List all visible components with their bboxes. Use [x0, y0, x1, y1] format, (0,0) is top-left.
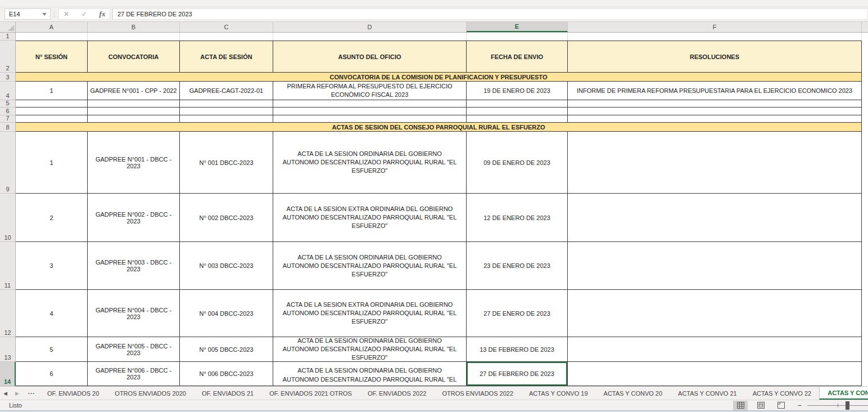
cell-d6[interactable] [273, 108, 467, 115]
cell-a1[interactable] [16, 33, 88, 41]
cell-c12[interactable]: N° 004 DBCC-2023 [180, 290, 273, 337]
row-header-13[interactable]: 13 [0, 337, 16, 362]
cell-a6[interactable] [16, 108, 88, 115]
sheet-tab-of-enviados-2022[interactable]: OF. ENVIADOS 2022 [360, 387, 435, 400]
cell-b7[interactable] [88, 115, 180, 123]
row-header-2[interactable]: 2 [0, 41, 16, 73]
cell-b5[interactable] [88, 100, 180, 108]
page-break-view-button[interactable] [774, 401, 788, 410]
row-header-6[interactable]: 6 [0, 108, 16, 115]
sheet-tab-otros-enviados-2022[interactable]: OTROS ENVIADOS 2022 [434, 387, 521, 400]
cell-d14[interactable]: ACTA DE LA SESION ORDINARIA DEL GOBIERNO… [273, 362, 467, 386]
column-header-a[interactable]: A [16, 22, 88, 32]
row-header-3[interactable]: 3 [0, 73, 16, 82]
header-cell-fecha[interactable]: FECHA DE ENVIO [467, 41, 568, 73]
name-box-dropdown-icon[interactable] [42, 13, 47, 16]
cell-c11[interactable]: N° 003 DBCC-2023 [180, 242, 273, 290]
cell-e1[interactable] [467, 33, 568, 41]
cell-d12[interactable]: ACTA DE LA SESION EXTRA ORDINARIA DEL GO… [273, 290, 467, 337]
row-header-8[interactable]: 8 [0, 123, 16, 132]
sheet-tab-actas-y-convo-20[interactable]: ACTAS Y CONVO 20 [596, 387, 671, 400]
cell-d7[interactable] [273, 115, 467, 123]
zoom-slider[interactable] [807, 401, 868, 410]
cell-c6[interactable] [180, 108, 273, 115]
cell-b6[interactable] [88, 108, 180, 115]
cell-a9[interactable]: 1 [16, 132, 88, 194]
sheet-tab-of-enviados-20[interactable]: OF. ENVIADOS 20 [39, 387, 107, 400]
cell-c4[interactable]: GADPREE-CAGT-2022-01 [180, 82, 273, 100]
cell-c10[interactable]: N° 002 DBCC-2023 [180, 194, 273, 242]
cell-b10[interactable]: GADPREE N°002 - DBCC - 2023 [88, 194, 180, 242]
cell-f1[interactable] [568, 33, 862, 41]
actas-section-banner[interactable]: ACTAS DE SESION DEL CONSEJO PARROQUIAL R… [16, 123, 862, 132]
convocatoria-section-banner[interactable]: CONVOCATORIA DE LA COMISION DE PLANIFICA… [16, 73, 862, 82]
cell-e9[interactable]: 09 DE ENERO DE 2023 [467, 132, 568, 194]
sheet-tab-of-enviados-21[interactable]: OF. ENVIADOS 21 [194, 387, 261, 400]
cancel-icon[interactable]: ✕ [61, 10, 71, 18]
cell-d13[interactable]: ACTA DE LA SESION ORDINARIA DEL GOBIERNO… [273, 337, 467, 362]
cell-f13[interactable] [568, 337, 862, 362]
select-all-corner[interactable] [0, 22, 16, 32]
cell-a7[interactable] [16, 115, 88, 123]
cell-a14[interactable]: 6 [16, 362, 88, 386]
cell-a10[interactable]: 2 [16, 194, 88, 242]
cell-c7[interactable] [180, 115, 273, 123]
cell-e13[interactable]: 13 DE FEBRERO DE 2023 [467, 337, 568, 362]
cell-a13[interactable]: 5 [16, 337, 88, 362]
column-header-d[interactable]: D [273, 22, 467, 32]
cell-f9[interactable] [568, 132, 862, 194]
cell-f12[interactable] [568, 290, 862, 337]
cell-d9[interactable]: ACTA DE LA SESION ORDINARIA DEL GOBIERNO… [273, 132, 467, 194]
row-header-12[interactable]: 12 [0, 290, 16, 337]
cell-b12[interactable]: GADPREE N°004 - DBCC - 2023 [88, 290, 180, 337]
cell-c13[interactable]: N° 005 DBCC-2023 [180, 337, 273, 362]
header-cell-asunto[interactable]: ASUNTO DEL OFICIO [273, 41, 467, 73]
cell-b9[interactable]: GADPREE N°001 - DBCC - 2023 [88, 132, 180, 194]
cell-b11[interactable]: GADPREE N°003 - DBCC - 2023 [88, 242, 180, 290]
name-box[interactable]: E14 [4, 8, 51, 20]
column-header-e-selected[interactable]: E [467, 22, 568, 32]
prev-sheet-icon[interactable]: ◀ [3, 391, 7, 396]
cell-b14[interactable]: GADPREE N°006 - DBCC - 2023 [88, 362, 180, 386]
cell-f10[interactable] [568, 194, 862, 242]
cell-c9[interactable]: N° 001 DBCC-2023 [180, 132, 273, 194]
insert-function-icon[interactable]: fx [97, 10, 107, 19]
cell-a4[interactable]: 1 [16, 82, 88, 100]
sheet-tab-actas-y-convo-22[interactable]: ACTAS Y CONVO 22 [745, 387, 820, 400]
cell-f4[interactable]: INFORME DE PRIMERA REFORMA PRESUPUESTARI… [568, 82, 862, 100]
cell-b13[interactable]: GADPREE N°005 - DBCC - 2023 [88, 337, 180, 362]
cell-b1[interactable] [88, 33, 180, 41]
enter-icon[interactable]: ✓ [79, 10, 89, 18]
cell-c14[interactable]: N° 006 DBCC-2023 [180, 362, 273, 386]
zoom-out-icon[interactable]: − [794, 401, 802, 410]
row-header-9[interactable]: 9 [0, 132, 16, 194]
cell-e12[interactable]: 27 DE ENERO DE 2023 [467, 290, 568, 337]
cell-a5[interactable] [16, 100, 88, 108]
header-cell-resoluciones[interactable]: RESOLUCIONES [568, 41, 862, 73]
sheet-tab-actas-y-convo-19[interactable]: ACTAS Y CONVO 19 [521, 387, 596, 400]
cell-f7[interactable] [568, 115, 862, 123]
sheet-tab-actas-y-convo-23-active[interactable]: ACTAS Y CONVO 23 [819, 387, 868, 400]
row-header-1[interactable]: 1 [0, 33, 16, 41]
cell-a11[interactable]: 3 [16, 242, 88, 290]
cell-d4[interactable]: PRIMERA REFORMA AL PRESUPUESTO DEL EJERC… [273, 82, 467, 100]
normal-view-button[interactable] [733, 401, 748, 410]
cell-e7[interactable] [467, 115, 568, 123]
cell-c5[interactable] [180, 100, 273, 108]
cell-e5[interactable] [467, 100, 568, 108]
cell-f11[interactable] [568, 242, 862, 290]
row-header-11[interactable]: 11 [0, 242, 16, 290]
header-cell-sesion[interactable]: N° SESIÓN [16, 41, 88, 73]
row-header-7[interactable]: 7 [0, 115, 16, 123]
cell-f6[interactable] [568, 108, 862, 115]
cell-c1[interactable] [180, 33, 273, 41]
sheet-tab-otros-enviados-2020[interactable]: OTROS ENVIADOS 2020 [107, 387, 194, 400]
row-header-14-selected[interactable]: 14 [0, 362, 16, 386]
row-header-5[interactable]: 5 [0, 100, 16, 108]
cell-e6[interactable] [467, 108, 568, 115]
cell-d1[interactable] [273, 33, 467, 41]
more-sheets-button[interactable]: ... [27, 388, 36, 398]
cell-e14-active[interactable]: 27 DE FEBRERO DE 2023 [467, 362, 568, 386]
column-header-c[interactable]: C [180, 22, 273, 32]
column-header-b[interactable]: B [88, 22, 180, 32]
